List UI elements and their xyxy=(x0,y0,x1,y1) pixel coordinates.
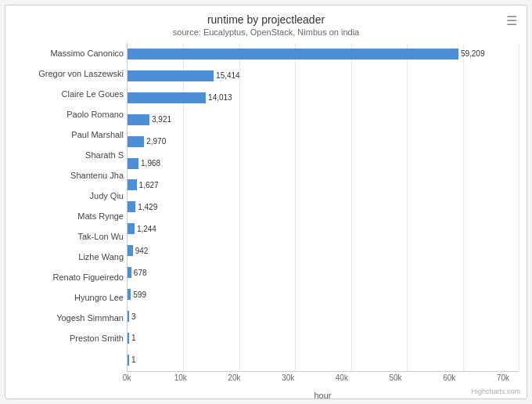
y-label: Renato Figueiredo xyxy=(13,269,124,286)
y-label: Lizhe Wang xyxy=(13,248,124,265)
x-tick: 60k xyxy=(443,373,455,382)
bar xyxy=(128,114,149,125)
bar xyxy=(128,333,129,344)
chart-container: runtime by projectleader source: Eucalyp… xyxy=(5,5,527,399)
bar-value-label: 1,968 xyxy=(141,159,160,168)
bar-value-label: 942 xyxy=(135,247,149,255)
y-label: Preston Smith xyxy=(13,330,124,347)
x-tick: 70k xyxy=(497,373,509,382)
bar-row: 678 xyxy=(128,264,519,281)
bar-row: 15,414 xyxy=(128,67,519,85)
bar-value-label: 1,627 xyxy=(139,181,159,189)
bar xyxy=(128,49,458,60)
y-label: Judy Qiu xyxy=(13,187,124,204)
bar xyxy=(128,223,135,234)
chart-area: Massimo CanonicoGregor von LaszewskiClai… xyxy=(13,43,519,372)
bar-row: 2,970 xyxy=(128,133,519,150)
x-tick: 40k xyxy=(336,373,348,382)
bar-row: 3 xyxy=(128,308,519,325)
x-axis-label: hour xyxy=(127,391,519,400)
highcharts-credit: Highcharts.com xyxy=(471,388,520,395)
bar-row: 1,627 xyxy=(128,176,519,193)
bar-value-label: 599 xyxy=(133,290,146,299)
bars-inner: 59,20915,41414,0133,9212,9701,9681,6271,… xyxy=(127,43,519,372)
bar-value-label: 3 xyxy=(131,312,136,321)
y-label: Yogesh Simmhan xyxy=(13,309,124,326)
bar-row: 59,209 xyxy=(128,45,519,63)
bars-area: 59,20915,41414,0133,9212,9701,9681,6271,… xyxy=(127,43,519,372)
bar-value-label: 1 xyxy=(131,355,136,364)
bar-row: 14,013 xyxy=(128,89,519,106)
y-label: Sharath S xyxy=(13,146,124,164)
bar xyxy=(128,355,129,366)
y-label: Tak-Lon Wu xyxy=(13,228,124,245)
bar-value-label: 2,970 xyxy=(146,137,166,146)
y-label: Hyungro Lee xyxy=(13,289,124,306)
y-label: Paolo Romano xyxy=(13,106,124,123)
bar-value-label: 3,921 xyxy=(152,115,171,124)
y-label: Shantenu Jha xyxy=(13,167,124,184)
bar-value-label: 15,414 xyxy=(216,71,240,80)
bar xyxy=(128,92,206,103)
bar xyxy=(128,289,131,300)
y-label: Mats Rynge xyxy=(13,207,124,225)
bar-row: 1,968 xyxy=(128,155,519,172)
bar-row: 599 xyxy=(128,286,519,303)
bar-row: 1,429 xyxy=(128,198,519,215)
chart-subtitle: source: Eucalyptus, OpenStack, Nimbus on… xyxy=(13,27,519,37)
bar xyxy=(128,179,137,190)
x-tick: 20k xyxy=(228,373,240,382)
bar-value-label: 1 xyxy=(131,334,136,342)
bar xyxy=(128,158,138,169)
y-label: Gregor von Laszewski xyxy=(13,65,124,82)
bar-row: 1 xyxy=(128,330,519,347)
y-labels: Massimo CanonicoGregor von LaszewskiClai… xyxy=(13,43,127,372)
x-tick: 0k xyxy=(123,373,131,382)
bar-row: 3,921 xyxy=(128,111,519,128)
bar-row: 1,244 xyxy=(128,220,519,237)
bar xyxy=(128,267,131,278)
grid-line xyxy=(519,43,519,371)
bar xyxy=(128,311,129,322)
menu-icon[interactable]: ☰ xyxy=(506,13,517,28)
x-tick: 30k xyxy=(282,373,294,382)
chart-title: runtime by projectleader xyxy=(13,13,519,26)
y-label: Claire Le Goues xyxy=(13,85,124,103)
bar xyxy=(128,245,133,256)
bar-row: 942 xyxy=(128,242,519,259)
x-axis: 0k10k20k30k40k50k60k70k xyxy=(127,373,503,389)
y-label: Massimo Canonico xyxy=(13,45,124,62)
bar xyxy=(128,201,135,212)
x-tick: 50k xyxy=(390,373,402,382)
y-label: Paul Marshall xyxy=(13,126,124,143)
x-tick: 10k xyxy=(174,373,187,382)
bar xyxy=(128,70,214,81)
bar-value-label: 1,244 xyxy=(137,225,156,233)
bar-value-label: 14,013 xyxy=(208,93,232,102)
bar-value-label: 59,209 xyxy=(461,49,485,58)
bar-row: 1 xyxy=(128,352,519,369)
bar-value-label: 678 xyxy=(134,269,147,277)
bar xyxy=(128,136,144,147)
bar-value-label: 1,429 xyxy=(138,203,157,211)
